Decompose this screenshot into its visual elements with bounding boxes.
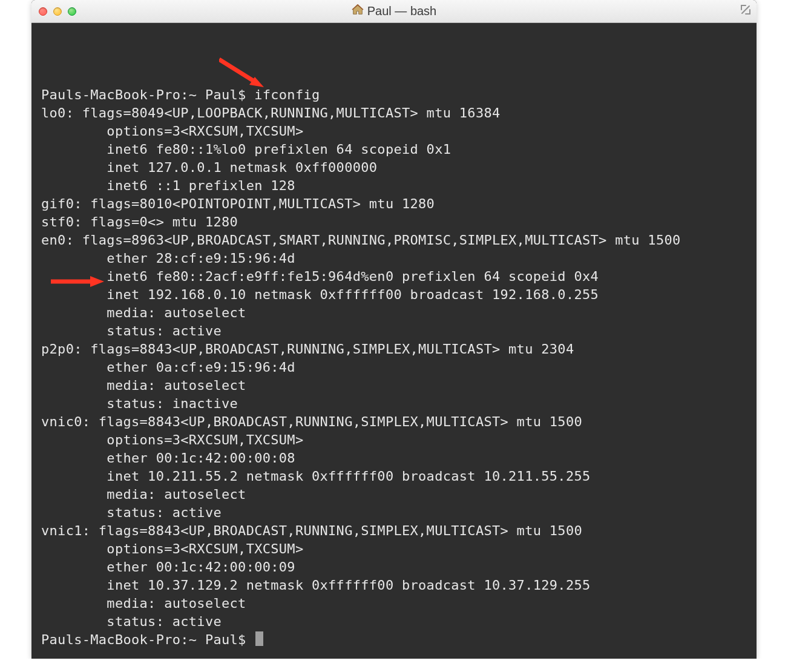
output-line: inet 10.211.55.2 netmask 0xffffff00 broa… bbox=[41, 469, 591, 484]
output-line: ether 00:1c:42:00:00:08 bbox=[41, 450, 295, 466]
close-button[interactable] bbox=[39, 7, 47, 16]
output-line: status: inactive bbox=[41, 396, 238, 411]
command-text: ifconfig bbox=[254, 87, 320, 102]
output-line: ether 28:cf:e9:15:96:4d bbox=[41, 251, 295, 266]
output-line: inet6 ::1 prefixlen 128 bbox=[41, 178, 295, 193]
window-title: Paul — bash bbox=[31, 4, 757, 18]
zoom-button[interactable] bbox=[68, 7, 76, 16]
output-line: options=3<RXCSUM,TXCSUM> bbox=[41, 432, 303, 447]
output-line: inet 10.37.129.2 netmask 0xffffff00 broa… bbox=[41, 578, 591, 593]
minimize-button[interactable] bbox=[53, 7, 62, 16]
output-line: lo0: flags=8049<UP,LOOPBACK,RUNNING,MULT… bbox=[41, 105, 501, 120]
output-line: vnic1: flags=8843<UP,BROADCAST,RUNNING,S… bbox=[41, 523, 582, 538]
traffic-lights bbox=[31, 7, 76, 16]
prompt-2: Pauls-MacBook-Pro:~ Paul$ bbox=[41, 632, 263, 647]
output-line: media: autoselect bbox=[41, 378, 246, 393]
output-line: options=3<RXCSUM,TXCSUM> bbox=[41, 124, 303, 139]
home-icon bbox=[352, 4, 364, 18]
output-line: options=3<RXCSUM,TXCSUM> bbox=[41, 541, 303, 556]
output-line: status: active bbox=[41, 323, 222, 338]
output-line: vnic0: flags=8843<UP,BROADCAST,RUNNING,S… bbox=[41, 414, 582, 429]
resize-icon[interactable] bbox=[740, 4, 752, 16]
output-line: inet 192.168.0.10 netmask 0xffffff00 bro… bbox=[41, 287, 599, 302]
output-line: p2p0: flags=8843<UP,BROADCAST,RUNNING,SI… bbox=[41, 341, 574, 357]
output-line: media: autoselect bbox=[41, 596, 246, 611]
window-titlebar[interactable]: Paul — bash bbox=[31, 0, 757, 23]
window-title-text: Paul — bash bbox=[367, 4, 437, 18]
prompt-1: Pauls-MacBook-Pro:~ Paul$ ifconfig bbox=[41, 87, 320, 102]
output-line: ether 0a:cf:e9:15:96:4d bbox=[41, 360, 295, 375]
output-line: inet 127.0.0.1 netmask 0xff000000 bbox=[41, 160, 377, 175]
terminal-window: Paul — bash Pauls-MacBook-Pro:~ Paul$ if… bbox=[31, 0, 757, 659]
output-line: stf0: flags=0<> mtu 1280 bbox=[41, 214, 238, 229]
output-line: status: active bbox=[41, 614, 222, 629]
output-line: media: autoselect bbox=[41, 305, 246, 320]
prompt-2-text: Pauls-MacBook-Pro:~ Paul$ bbox=[41, 632, 254, 647]
output-line: gif0: flags=8010<POINTOPOINT,MULTICAST> … bbox=[41, 196, 435, 211]
output-line: inet6 fe80::1%lo0 prefixlen 64 scopeid 0… bbox=[41, 142, 451, 157]
output-line: media: autoselect bbox=[41, 487, 246, 502]
output-line: status: active bbox=[41, 505, 222, 520]
output-line: en0: flags=8963<UP,BROADCAST,SMART,RUNNI… bbox=[41, 232, 681, 248]
output-line: ether 00:1c:42:00:00:09 bbox=[41, 559, 295, 575]
terminal-content[interactable]: Pauls-MacBook-Pro:~ Paul$ ifconfig lo0: … bbox=[31, 23, 757, 659]
output-line: inet6 fe80::2acf:e9ff:fe15:964d%en0 pref… bbox=[41, 269, 599, 284]
cursor bbox=[255, 631, 263, 646]
prompt-1-text: Pauls-MacBook-Pro:~ Paul$ bbox=[41, 87, 254, 102]
